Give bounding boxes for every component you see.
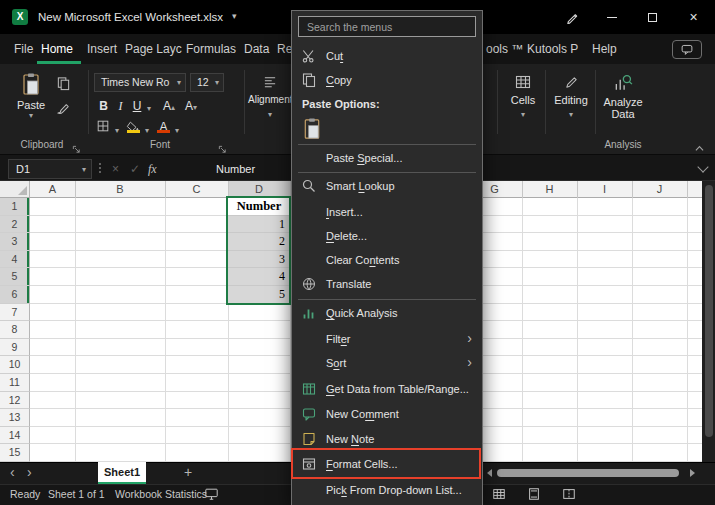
row-header-15[interactable]: 15 xyxy=(0,444,30,462)
menu-item-filter[interactable]: Filter › xyxy=(292,327,482,351)
column-header-b[interactable]: B xyxy=(75,181,165,198)
page-layout-view-icon[interactable] xyxy=(527,487,541,505)
column-header-j[interactable]: J xyxy=(632,181,687,198)
row-header-10[interactable]: 10 xyxy=(0,356,30,374)
vertical-scrollbar-thumb[interactable] xyxy=(705,185,713,437)
paste-button[interactable]: Paste ▾ xyxy=(12,70,50,134)
font-color-dropdown-icon[interactable]: ▾ xyxy=(172,122,182,140)
decrease-font-button[interactable]: A▾ xyxy=(182,97,200,115)
row-header-3[interactable]: 3 xyxy=(0,233,30,251)
analyze-data-button[interactable]: AnalyzeData xyxy=(599,70,647,134)
menu-item-smart-lookup[interactable]: Smart Lookup xyxy=(292,174,482,198)
close-button[interactable]: × xyxy=(672,0,715,34)
horizontal-scrollbar-thumb[interactable] xyxy=(497,469,679,477)
menu-item-cut[interactable]: Cut xyxy=(292,44,482,68)
cells-group-button[interactable]: Cells ▾ xyxy=(503,70,543,134)
menu-item-clear-contents[interactable]: Clear Contents xyxy=(292,248,482,272)
row-header-8[interactable]: 8 xyxy=(0,321,30,339)
format-painter-button[interactable] xyxy=(56,100,71,119)
menu-item-pick-from-dropdown-list[interactable]: Pick From Drop-down List... xyxy=(292,478,482,502)
menu-item-delete[interactable]: Delete... xyxy=(292,224,482,248)
editing-group-button[interactable]: Editing ▾ xyxy=(549,70,593,134)
tab-home[interactable]: Home xyxy=(41,34,73,64)
normal-view-icon[interactable] xyxy=(492,487,506,505)
tab-kutools-plus[interactable]: Kutools P xyxy=(527,34,578,64)
next-sheet-icon[interactable]: › xyxy=(27,462,32,484)
menu-item-quick-analysis[interactable]: Quick Analysis xyxy=(292,301,482,325)
font-size-combo[interactable]: 12 ▾ xyxy=(190,73,224,92)
maximize-button[interactable] xyxy=(632,0,672,34)
select-all-corner[interactable] xyxy=(0,181,30,198)
menu-item-translate[interactable]: Translate xyxy=(292,272,482,296)
cancel-entry-icon[interactable]: × xyxy=(112,159,119,179)
row-header-1[interactable]: 1 xyxy=(0,198,30,216)
sheet-tab-sheet1[interactable]: Sheet1 xyxy=(98,462,146,484)
scroll-left-icon[interactable] xyxy=(487,469,492,477)
font-color-button[interactable]: A xyxy=(156,117,171,135)
menu-item-insert[interactable]: Insert... xyxy=(292,200,482,224)
copy-button[interactable] xyxy=(56,76,71,95)
display-settings-icon[interactable] xyxy=(204,487,219,505)
italic-button[interactable]: I xyxy=(114,97,127,115)
add-sheet-button[interactable]: + xyxy=(184,462,192,484)
alignment-label: Alignment xyxy=(248,94,292,105)
alignment-group-button[interactable]: Alignment ▾ xyxy=(248,70,292,134)
tab-formulas[interactable]: Formulas xyxy=(186,34,236,64)
menu-item-sort[interactable]: Sort › xyxy=(292,351,482,375)
ink-pen-icon[interactable] xyxy=(552,0,592,34)
menu-search-input[interactable] xyxy=(298,16,476,37)
row-header-9[interactable]: 9 xyxy=(0,339,30,357)
formula-bar-grip[interactable] xyxy=(99,163,102,173)
vertical-scrollbar[interactable] xyxy=(702,181,715,462)
tab-page-layout[interactable]: Page Layc xyxy=(125,34,182,64)
row-header-4[interactable]: 4 xyxy=(0,251,30,269)
paste-clipboard-icon[interactable] xyxy=(302,117,322,144)
formula-bar-expand-icon[interactable] xyxy=(699,163,707,171)
tab-kutools[interactable]: ools ™ xyxy=(486,34,523,64)
tab-help[interactable]: Help xyxy=(592,34,617,64)
row-header-5[interactable]: 5 xyxy=(0,268,30,286)
page-break-view-icon[interactable] xyxy=(562,487,576,505)
borders-dropdown-icon[interactable]: ▾ xyxy=(112,122,122,140)
row-header-6[interactable]: 6 xyxy=(0,286,30,304)
column-header-i[interactable]: I xyxy=(577,181,632,198)
row-header-2[interactable]: 2 xyxy=(0,216,30,234)
menu-item-label: Copy xyxy=(326,68,352,92)
increase-font-letter: A xyxy=(163,99,171,113)
title-chevron-icon[interactable]: ▾ xyxy=(232,0,237,34)
menu-item-new-comment[interactable]: New Comment xyxy=(292,402,482,426)
row-header-13[interactable]: 13 xyxy=(0,409,30,427)
row-header-7[interactable]: 7 xyxy=(0,304,30,322)
comments-button[interactable] xyxy=(672,40,702,59)
fill-color-dropdown-icon[interactable]: ▾ xyxy=(142,122,152,140)
row-header-11[interactable]: 11 xyxy=(0,374,30,392)
menu-item-get-data-from-table[interactable]: Get Data from Table/Range... xyxy=(292,377,482,401)
menu-item-paste-special[interactable]: Paste Special... xyxy=(292,146,482,170)
borders-button[interactable] xyxy=(96,119,110,137)
underline-button[interactable]: U xyxy=(130,97,144,115)
formula-bar-content[interactable]: Number xyxy=(216,159,255,179)
underline-dropdown-icon[interactable]: ▾ xyxy=(144,100,154,118)
column-header-h[interactable]: H xyxy=(522,181,577,198)
increase-font-button[interactable]: A▴ xyxy=(160,97,178,115)
row-header-12[interactable]: 12 xyxy=(0,392,30,410)
scroll-right-icon[interactable] xyxy=(690,469,695,477)
insert-function-icon[interactable]: fx xyxy=(148,159,157,179)
column-header-c[interactable]: C xyxy=(165,181,228,198)
tab-file[interactable]: File xyxy=(14,34,33,64)
minimize-button[interactable] xyxy=(592,0,632,34)
column-header-a[interactable]: A xyxy=(30,181,75,198)
group-divider xyxy=(244,70,245,134)
row-header-14[interactable]: 14 xyxy=(0,427,30,445)
status-ready: Ready xyxy=(10,484,40,505)
font-name-combo[interactable]: Times New Ro ▾ xyxy=(94,73,186,92)
menu-item-copy[interactable]: Copy xyxy=(292,68,482,92)
tab-insert[interactable]: Insert xyxy=(87,34,117,64)
fill-color-button[interactable] xyxy=(126,118,141,136)
name-box[interactable]: D1 ▾ xyxy=(8,159,92,179)
prev-sheet-icon[interactable]: ‹ xyxy=(10,462,15,484)
tab-data[interactable]: Data xyxy=(244,34,269,64)
bold-button[interactable]: B xyxy=(96,97,111,115)
confirm-entry-icon[interactable]: ✓ xyxy=(130,159,140,179)
status-workbook-statistics[interactable]: Workbook Statistics xyxy=(115,484,207,505)
